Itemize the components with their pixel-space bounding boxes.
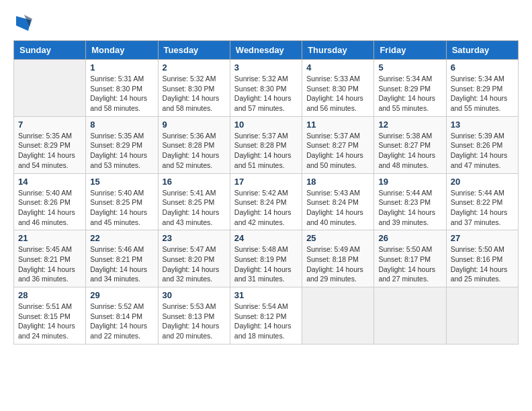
day-number: 14 — [18, 177, 81, 187]
calendar-cell — [446, 287, 518, 345]
calendar-cell — [14, 60, 86, 117]
weekday-header: Friday — [374, 41, 446, 60]
day-info: Sunrise: 5:44 AMSunset: 8:22 PMDaylight:… — [451, 188, 514, 228]
day-info: Sunrise: 5:39 AMSunset: 8:26 PMDaylight:… — [451, 131, 514, 171]
day-number: 17 — [234, 177, 298, 187]
day-number: 31 — [234, 290, 298, 300]
calendar-cell: 4Sunrise: 5:33 AMSunset: 8:30 PMDaylight… — [302, 60, 374, 117]
day-number: 4 — [306, 62, 369, 73]
day-number: 8 — [90, 120, 153, 130]
day-info: Sunrise: 5:40 AMSunset: 8:26 PMDaylight:… — [18, 188, 81, 228]
day-info: Sunrise: 5:49 AMSunset: 8:18 PMDaylight:… — [306, 244, 369, 284]
calendar-week-row: 1Sunrise: 5:31 AMSunset: 8:30 PMDaylight… — [14, 60, 519, 117]
day-number: 22 — [90, 233, 153, 243]
day-number: 9 — [163, 120, 226, 130]
calendar-cell: 24Sunrise: 5:48 AMSunset: 8:19 PMDayligh… — [230, 230, 302, 287]
day-info: Sunrise: 5:48 AMSunset: 8:19 PMDaylight:… — [234, 244, 298, 284]
calendar-cell: 7Sunrise: 5:35 AMSunset: 8:29 PMDaylight… — [14, 116, 86, 173]
header — [13, 13, 519, 34]
day-number: 25 — [306, 233, 369, 243]
day-number: 15 — [90, 177, 153, 187]
calendar-header-row: SundayMondayTuesdayWednesdayThursdayFrid… — [14, 41, 519, 60]
day-number: 3 — [234, 62, 298, 73]
day-info: Sunrise: 5:31 AMSunset: 8:30 PMDaylight:… — [90, 74, 153, 113]
calendar-cell — [302, 287, 374, 345]
calendar-cell: 12Sunrise: 5:38 AMSunset: 8:27 PMDayligh… — [374, 116, 446, 173]
day-number: 28 — [18, 290, 81, 300]
calendar-week-row: 28Sunrise: 5:51 AMSunset: 8:15 PMDayligh… — [14, 287, 519, 345]
day-info: Sunrise: 5:47 AMSunset: 8:20 PMDaylight:… — [163, 244, 226, 284]
day-info: Sunrise: 5:32 AMSunset: 8:30 PMDaylight:… — [163, 74, 226, 113]
day-info: Sunrise: 5:52 AMSunset: 8:14 PMDaylight:… — [90, 302, 153, 341]
day-number: 10 — [234, 120, 298, 130]
calendar-cell: 2Sunrise: 5:32 AMSunset: 8:30 PMDaylight… — [158, 60, 230, 117]
day-number: 7 — [18, 120, 81, 130]
calendar-cell: 31Sunrise: 5:54 AMSunset: 8:12 PMDayligh… — [230, 287, 302, 345]
day-number: 12 — [378, 120, 441, 130]
day-info: Sunrise: 5:53 AMSunset: 8:13 PMDaylight:… — [163, 302, 226, 341]
day-number: 16 — [163, 177, 226, 187]
day-info: Sunrise: 5:50 AMSunset: 8:16 PMDaylight:… — [451, 244, 514, 284]
day-info: Sunrise: 5:34 AMSunset: 8:29 PMDaylight:… — [378, 74, 441, 113]
day-number: 20 — [451, 177, 514, 187]
logo — [13, 13, 36, 34]
day-info: Sunrise: 5:32 AMSunset: 8:30 PMDaylight:… — [234, 74, 298, 113]
weekday-header: Monday — [86, 41, 158, 60]
calendar-cell: 21Sunrise: 5:45 AMSunset: 8:21 PMDayligh… — [14, 230, 86, 287]
day-info: Sunrise: 5:41 AMSunset: 8:25 PMDaylight:… — [163, 188, 226, 228]
day-number: 5 — [378, 62, 441, 73]
day-number: 26 — [378, 233, 441, 243]
calendar-cell: 22Sunrise: 5:46 AMSunset: 8:21 PMDayligh… — [86, 230, 158, 287]
day-info: Sunrise: 5:35 AMSunset: 8:29 PMDaylight:… — [18, 131, 81, 171]
day-info: Sunrise: 5:44 AMSunset: 8:23 PMDaylight:… — [378, 188, 441, 228]
calendar-cell: 17Sunrise: 5:42 AMSunset: 8:24 PMDayligh… — [230, 173, 302, 230]
day-number: 23 — [163, 233, 226, 243]
day-info: Sunrise: 5:40 AMSunset: 8:25 PMDaylight:… — [90, 188, 153, 228]
calendar-cell: 6Sunrise: 5:34 AMSunset: 8:29 PMDaylight… — [446, 60, 518, 117]
calendar-week-row: 14Sunrise: 5:40 AMSunset: 8:26 PMDayligh… — [14, 173, 519, 230]
day-number: 1 — [90, 62, 153, 73]
calendar-cell: 18Sunrise: 5:43 AMSunset: 8:24 PMDayligh… — [302, 173, 374, 230]
day-info: Sunrise: 5:37 AMSunset: 8:27 PMDaylight:… — [306, 131, 369, 171]
day-number: 30 — [163, 290, 226, 300]
calendar-cell: 15Sunrise: 5:40 AMSunset: 8:25 PMDayligh… — [86, 173, 158, 230]
day-number: 24 — [234, 233, 298, 243]
calendar-cell: 25Sunrise: 5:49 AMSunset: 8:18 PMDayligh… — [302, 230, 374, 287]
calendar-cell: 27Sunrise: 5:50 AMSunset: 8:16 PMDayligh… — [446, 230, 518, 287]
day-number: 2 — [163, 62, 226, 73]
day-number: 13 — [451, 120, 514, 130]
day-info: Sunrise: 5:51 AMSunset: 8:15 PMDaylight:… — [18, 302, 81, 341]
calendar-week-row: 7Sunrise: 5:35 AMSunset: 8:29 PMDaylight… — [14, 116, 519, 173]
calendar: SundayMondayTuesdayWednesdayThursdayFrid… — [13, 40, 519, 345]
weekday-header: Sunday — [14, 41, 86, 60]
day-info: Sunrise: 5:36 AMSunset: 8:28 PMDaylight:… — [163, 131, 226, 171]
calendar-cell: 26Sunrise: 5:50 AMSunset: 8:17 PMDayligh… — [374, 230, 446, 287]
day-info: Sunrise: 5:35 AMSunset: 8:29 PMDaylight:… — [90, 131, 153, 171]
day-number: 18 — [306, 177, 369, 187]
day-number: 11 — [306, 120, 369, 130]
calendar-cell: 30Sunrise: 5:53 AMSunset: 8:13 PMDayligh… — [158, 287, 230, 345]
calendar-cell: 20Sunrise: 5:44 AMSunset: 8:22 PMDayligh… — [446, 173, 518, 230]
day-info: Sunrise: 5:38 AMSunset: 8:27 PMDaylight:… — [378, 131, 441, 171]
weekday-header: Tuesday — [158, 41, 230, 60]
day-info: Sunrise: 5:34 AMSunset: 8:29 PMDaylight:… — [451, 74, 514, 113]
day-info: Sunrise: 5:50 AMSunset: 8:17 PMDaylight:… — [378, 244, 441, 284]
weekday-header: Saturday — [446, 41, 518, 60]
day-info: Sunrise: 5:45 AMSunset: 8:21 PMDaylight:… — [18, 244, 81, 284]
calendar-cell: 14Sunrise: 5:40 AMSunset: 8:26 PMDayligh… — [14, 173, 86, 230]
day-number: 29 — [90, 290, 153, 300]
logo-icon — [13, 13, 34, 34]
day-info: Sunrise: 5:42 AMSunset: 8:24 PMDaylight:… — [234, 188, 298, 228]
day-info: Sunrise: 5:54 AMSunset: 8:12 PMDaylight:… — [234, 302, 298, 341]
day-info: Sunrise: 5:43 AMSunset: 8:24 PMDaylight:… — [306, 188, 369, 228]
day-number: 19 — [378, 177, 441, 187]
day-number: 21 — [18, 233, 81, 243]
calendar-cell: 8Sunrise: 5:35 AMSunset: 8:29 PMDaylight… — [86, 116, 158, 173]
calendar-cell: 5Sunrise: 5:34 AMSunset: 8:29 PMDaylight… — [374, 60, 446, 117]
calendar-cell: 13Sunrise: 5:39 AMSunset: 8:26 PMDayligh… — [446, 116, 518, 173]
calendar-cell: 10Sunrise: 5:37 AMSunset: 8:28 PMDayligh… — [230, 116, 302, 173]
calendar-cell: 3Sunrise: 5:32 AMSunset: 8:30 PMDaylight… — [230, 60, 302, 117]
calendar-cell: 19Sunrise: 5:44 AMSunset: 8:23 PMDayligh… — [374, 173, 446, 230]
calendar-cell: 29Sunrise: 5:52 AMSunset: 8:14 PMDayligh… — [86, 287, 158, 345]
day-info: Sunrise: 5:46 AMSunset: 8:21 PMDaylight:… — [90, 244, 153, 284]
